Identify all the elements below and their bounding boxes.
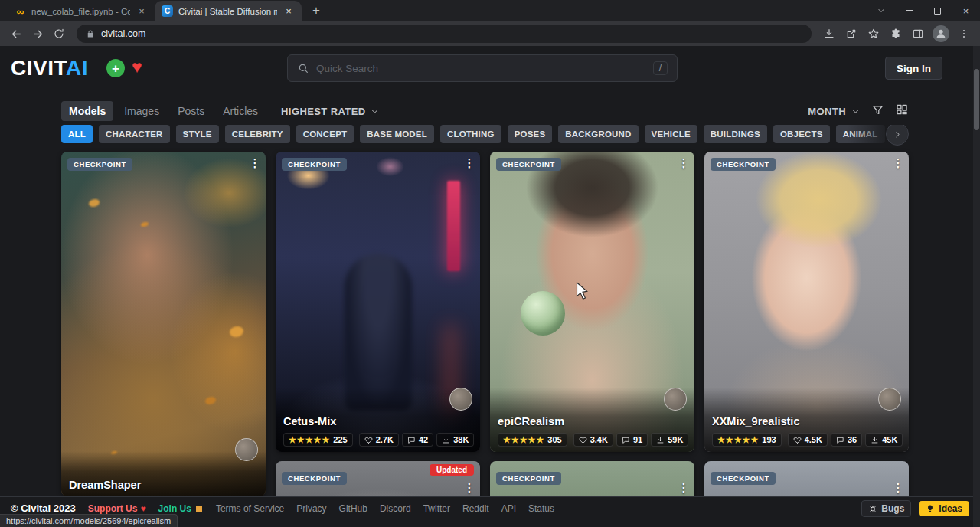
window-menu-chevron-icon[interactable] bbox=[867, 0, 895, 21]
github-link[interactable]: GitHub bbox=[339, 503, 368, 514]
download-icon bbox=[656, 436, 665, 444]
tab-images[interactable]: Images bbox=[116, 101, 167, 121]
share-icon[interactable] bbox=[841, 24, 861, 44]
window-close-button[interactable]: × bbox=[952, 0, 980, 21]
quick-search-bar[interactable]: / bbox=[287, 54, 678, 82]
rating-count: 305 bbox=[547, 435, 561, 444]
browser-tab-colab[interactable]: ∞ new_colab_file.ipynb - Colaborat × bbox=[8, 1, 155, 21]
downloads-pill[interactable]: 38K bbox=[436, 433, 474, 447]
forward-button[interactable] bbox=[28, 24, 47, 44]
card-menu-icon[interactable]: ⋮ bbox=[676, 481, 691, 495]
card-menu-icon[interactable]: ⋮ bbox=[676, 156, 691, 170]
model-title: XXMix_9realistic bbox=[712, 415, 901, 427]
comment-icon bbox=[622, 436, 630, 444]
twitter-link[interactable]: Twitter bbox=[423, 503, 450, 514]
close-tab-icon[interactable]: × bbox=[136, 5, 148, 18]
category-chip-style[interactable]: STYLE bbox=[176, 125, 219, 143]
status-bar-url: https://civitai.com/models/25694/epicrea… bbox=[0, 514, 178, 527]
browser-profile-avatar[interactable] bbox=[933, 25, 949, 42]
close-tab-icon[interactable]: × bbox=[283, 5, 295, 18]
reload-button[interactable] bbox=[49, 24, 69, 44]
category-chip-celebrity[interactable]: CELEBRITY bbox=[225, 125, 290, 143]
category-chip-background[interactable]: BACKGROUND bbox=[558, 125, 638, 143]
support-us-link[interactable]: Support Us ♥ bbox=[88, 503, 146, 514]
creator-avatar[interactable] bbox=[664, 388, 687, 411]
star-rating-icons: ★★★★★ bbox=[289, 436, 330, 444]
likes-pill[interactable]: 2.7K bbox=[359, 433, 399, 447]
discord-link[interactable]: Discord bbox=[380, 503, 411, 514]
side-panel-icon[interactable] bbox=[908, 24, 928, 44]
card-menu-icon[interactable]: ⋮ bbox=[462, 481, 477, 495]
category-chip-objects[interactable]: OBJECTS bbox=[773, 125, 830, 143]
comments-pill[interactable]: 91 bbox=[616, 433, 648, 447]
card-menu-icon[interactable]: ⋮ bbox=[890, 481, 906, 495]
bookmark-star-icon[interactable] bbox=[864, 24, 884, 44]
browser-window: ∞ new_colab_file.ipynb - Colaborat × C C… bbox=[0, 0, 980, 527]
search-input[interactable] bbox=[316, 63, 646, 74]
tab-articles[interactable]: Articles bbox=[215, 101, 266, 121]
card-menu-icon[interactable]: ⋮ bbox=[462, 156, 477, 170]
category-chip-base-model[interactable]: BASE MODEL bbox=[360, 125, 434, 143]
join-us-link[interactable]: Join Us bbox=[158, 503, 204, 514]
downloads-pill[interactable]: 45K bbox=[865, 433, 903, 447]
category-chip-buildings[interactable]: BUILDINGS bbox=[704, 125, 767, 143]
card-menu-icon[interactable]: ⋮ bbox=[247, 156, 263, 170]
new-tab-button[interactable]: + bbox=[306, 1, 326, 21]
sign-in-button[interactable]: Sign In bbox=[885, 57, 942, 80]
model-card-xxmix9realistic[interactable]: CHECKPOINT ⋮ XXMix_9realistic ★★★★★ 193 … bbox=[704, 152, 909, 452]
category-chip-all[interactable]: ALL bbox=[61, 125, 93, 143]
rating-pill[interactable]: ★★★★★ 193 bbox=[712, 433, 782, 447]
content-type-tabs: Models Images Posts Articles bbox=[61, 101, 266, 121]
support-heart-icon[interactable]: ♥ bbox=[132, 57, 142, 77]
rating-pill[interactable]: ★★★★★ 305 bbox=[498, 433, 567, 447]
model-type-badge: CHECKPOINT bbox=[282, 158, 347, 171]
extensions-icon[interactable] bbox=[886, 24, 906, 44]
creator-avatar[interactable] bbox=[235, 438, 258, 461]
category-chip-character[interactable]: CHARACTER bbox=[99, 125, 170, 143]
category-chip-poses[interactable]: POSES bbox=[508, 125, 553, 143]
terms-link[interactable]: Terms of Service bbox=[216, 503, 284, 514]
scrollbar-thumb[interactable] bbox=[974, 69, 979, 130]
creator-avatar[interactable] bbox=[878, 388, 901, 411]
browser-menu-icon[interactable] bbox=[954, 24, 974, 44]
window-maximize-button[interactable] bbox=[923, 0, 952, 21]
api-link[interactable]: API bbox=[501, 503, 516, 514]
browser-tab-civitai[interactable]: C Civitai | Stable Diffusion models, × bbox=[155, 1, 302, 21]
comments-pill[interactable]: 36 bbox=[831, 433, 862, 447]
creator-avatar[interactable] bbox=[449, 388, 472, 411]
civitai-logo[interactable]: CIVITAI bbox=[11, 56, 88, 80]
back-button[interactable] bbox=[6, 24, 26, 44]
comments-pill[interactable]: 42 bbox=[402, 433, 433, 447]
address-bar[interactable]: civitai.com bbox=[77, 25, 812, 43]
tab-posts[interactable]: Posts bbox=[170, 101, 212, 121]
likes-pill[interactable]: 3.4K bbox=[573, 433, 613, 447]
window-minimize-button[interactable] bbox=[895, 0, 923, 21]
category-chip-vehicle[interactable]: VEHICLE bbox=[645, 125, 697, 143]
reddit-link[interactable]: Reddit bbox=[462, 503, 489, 514]
model-card-cetus-mix[interactable]: CHECKPOINT ⋮ Cetus-Mix ★★★★★ 225 2.7K 42 bbox=[276, 152, 480, 452]
status-link[interactable]: Status bbox=[528, 503, 554, 514]
filter-icon[interactable] bbox=[871, 103, 884, 119]
sort-select[interactable]: HIGHEST RATED bbox=[281, 106, 380, 117]
downloads-pill[interactable]: 59K bbox=[651, 433, 688, 447]
model-card-dreamshaper[interactable]: CHECKPOINT ⋮ DreamShaper bbox=[61, 152, 266, 496]
create-plus-button[interactable]: + bbox=[106, 59, 125, 77]
period-select[interactable]: MONTH bbox=[808, 106, 861, 117]
layout-toggle-icon[interactable] bbox=[895, 103, 909, 119]
rating-pill[interactable]: ★★★★★ 225 bbox=[283, 433, 353, 447]
card-menu-icon[interactable]: ⋮ bbox=[890, 156, 906, 170]
downloads-icon[interactable] bbox=[819, 24, 839, 44]
model-card-epicrealism[interactable]: CHECKPOINT ⋮ epiCRealism ★★★★★ 305 3.4K … bbox=[490, 152, 694, 452]
page-scrollbar[interactable] bbox=[973, 46, 980, 527]
ideas-button[interactable]: Ideas bbox=[919, 501, 969, 516]
likes-pill[interactable]: 4.5K bbox=[788, 433, 828, 447]
logo-text-blue: AI bbox=[66, 56, 88, 80]
likes-count: 2.7K bbox=[376, 435, 394, 444]
tab-models[interactable]: Models bbox=[61, 101, 113, 121]
category-chip-clothing[interactable]: CLOTHING bbox=[440, 125, 501, 143]
toolbar-actions bbox=[819, 24, 974, 44]
category-chip-concept[interactable]: CONCEPT bbox=[296, 125, 354, 143]
privacy-link[interactable]: Privacy bbox=[296, 503, 326, 514]
bugs-button[interactable]: Bugs bbox=[861, 500, 911, 517]
search-icon bbox=[297, 62, 309, 74]
